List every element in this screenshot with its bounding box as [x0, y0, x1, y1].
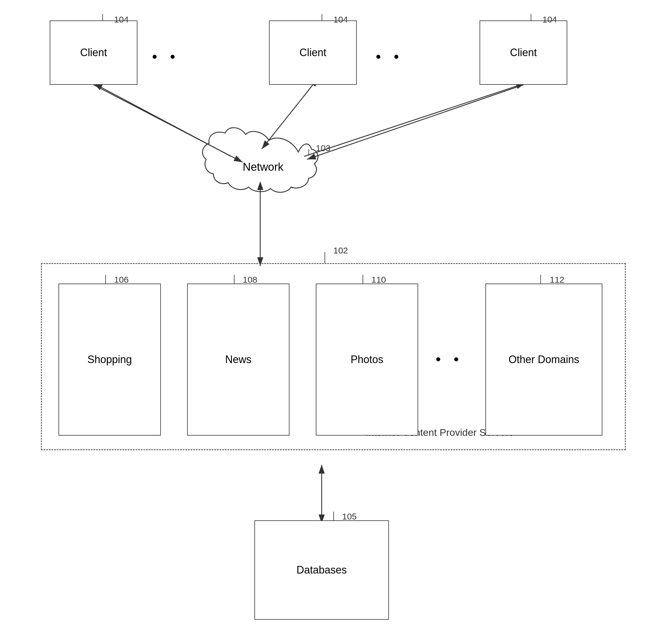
other-ref: 112	[550, 275, 564, 285]
shopping-ref: 106	[114, 275, 129, 285]
client3-ref: 104	[542, 15, 557, 25]
client2-ref: 104	[333, 15, 348, 25]
ref-line-news	[234, 275, 234, 283]
ref-line-other	[540, 275, 541, 283]
news-box: News	[187, 283, 290, 436]
network-ref: 103	[316, 143, 331, 153]
client1-box: Client	[50, 20, 137, 85]
dots-c1-c2: • •	[152, 48, 180, 65]
client2-box: Client	[269, 20, 357, 85]
photos-label: Photos	[351, 353, 383, 366]
other-domains-box: Other Domains	[485, 283, 602, 436]
svg-line-8	[304, 83, 525, 156]
client1-label: Client	[80, 46, 107, 59]
news-ref: 108	[243, 275, 257, 285]
icp-ref: 102	[333, 246, 348, 255]
databases-label: Databases	[296, 564, 347, 576]
databases-box: Databases	[254, 520, 389, 620]
svg-line-5	[94, 83, 231, 156]
svg-line-6	[262, 85, 313, 149]
network-label: Network	[243, 161, 283, 174]
dots-photos-other: • •	[436, 351, 463, 368]
ref-line-shopping	[105, 275, 106, 283]
ref-line-network	[309, 149, 309, 156]
ref-line-client2	[322, 14, 322, 20]
dots-c2-c3: • •	[376, 48, 403, 65]
other-domains-label: Other Domains	[509, 353, 579, 366]
shopping-box: Shopping	[59, 283, 161, 436]
photos-ref: 110	[371, 275, 386, 285]
svg-line-7	[307, 85, 523, 159]
news-label: News	[225, 353, 251, 366]
ref-line-client1	[102, 14, 103, 20]
svg-line-4	[94, 85, 243, 162]
shopping-label: Shopping	[87, 353, 132, 366]
ref-line-photos	[363, 275, 363, 283]
client2-label: Client	[299, 46, 326, 59]
ref-line-client3	[531, 14, 531, 20]
client1-ref: 104	[114, 15, 129, 25]
ref-line-icp	[324, 252, 325, 263]
photos-box: Photos	[316, 283, 418, 436]
ref-line-databases	[333, 511, 334, 520]
client3-box: Client	[479, 20, 567, 85]
databases-ref: 105	[342, 511, 357, 522]
client3-label: Client	[510, 46, 537, 59]
